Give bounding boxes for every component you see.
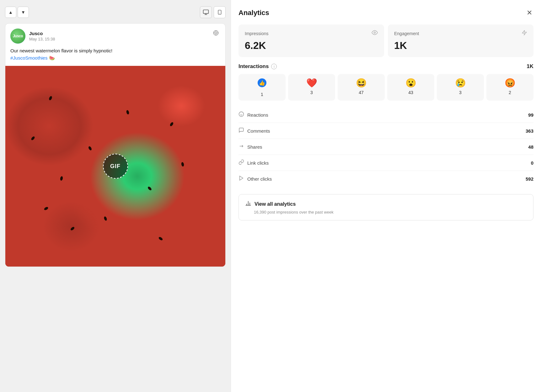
interactions-title: Interactions: [238, 63, 269, 70]
angry-emoji-icon: 😡: [505, 78, 516, 88]
impressions-label: Impressions: [245, 31, 268, 36]
nav-arrows: ▲ ▼: [5, 7, 29, 18]
nav-down-button[interactable]: ▼: [18, 7, 29, 18]
close-icon: ✕: [527, 9, 532, 17]
post-card: Jusco Jusco May 13, 15:38 Our newest wat…: [5, 23, 226, 267]
view-analytics-sub: 16,390 post impressions over the past we…: [254, 210, 527, 215]
nav-up-button[interactable]: ▲: [5, 7, 16, 18]
post-header: Jusco Jusco May 13, 15:38: [5, 24, 225, 47]
sad-count: 3: [459, 90, 462, 95]
avatar-inner: Jusco: [10, 29, 25, 44]
emoji-item-angry: 😡2: [486, 74, 533, 101]
chevron-down-icon: ▼: [21, 10, 25, 15]
post-emoji: 🍉: [49, 55, 55, 61]
angry-count: 2: [509, 90, 511, 95]
emoji-grid: 👍1❤️3😆47😮43😢3😡2: [238, 74, 533, 101]
link-clicks-icon: [238, 159, 244, 166]
stat-row-other-clicks: Other clicks592: [238, 171, 533, 187]
post-image: GIF: [5, 66, 225, 267]
chart-icon: [245, 200, 251, 208]
info-icon[interactable]: i: [271, 64, 277, 69]
comments-value: 363: [526, 128, 533, 134]
chevron-up-icon: ▲: [8, 10, 13, 15]
sad-emoji-icon: 😢: [455, 78, 466, 88]
avatar: Jusco: [10, 29, 25, 44]
interactions-title-group: Interactions i: [238, 63, 277, 70]
view-analytics-card[interactable]: View all analytics 16,390 post impressio…: [238, 194, 533, 220]
lightning-icon: [522, 29, 527, 37]
view-analytics-label: View all analytics: [254, 201, 296, 207]
emoji-item-sad: 😢3: [437, 74, 484, 101]
eye-icon: [372, 29, 378, 37]
author-name: Jusco: [29, 31, 55, 36]
desktop-toggle-button[interactable]: [200, 6, 212, 18]
engagement-card: Engagement 1K: [388, 24, 533, 57]
svg-rect-0: [203, 10, 209, 14]
metric-cards: Impressions 6.2K Engagement 1K: [238, 24, 533, 57]
post-text: Our newest watermelon flavor is simply h…: [5, 47, 225, 66]
link-clicks-value: 0: [531, 160, 533, 166]
author-info: Jusco May 13, 15:38: [29, 31, 55, 41]
post-author: Jusco Jusco May 13, 15:38: [10, 29, 55, 44]
desktop-icon: [203, 9, 209, 15]
svg-point-14: [239, 112, 244, 117]
impressions-card-header: Impressions: [245, 29, 378, 37]
other-clicks-label: Other clicks: [247, 176, 272, 182]
analytics-title: Analytics: [238, 9, 269, 17]
stat-row-reactions: Reactions99: [238, 107, 533, 123]
nav-bar: ▲ ▼: [5, 5, 226, 19]
mobile-icon: [217, 9, 222, 15]
interactions-section: Interactions i 1K 👍1❤️3😆47😮43😢3😡2: [238, 63, 533, 101]
svg-point-6: [215, 32, 217, 34]
heart-count: 3: [310, 90, 313, 95]
left-panel: ▲ ▼ Jusco: [0, 0, 231, 392]
view-analytics-top: View all analytics: [245, 200, 527, 208]
hashtag[interactable]: #JuscoSmoothies: [10, 55, 47, 61]
emoji-item-wow: 😮43: [387, 74, 434, 101]
shares-value: 48: [528, 144, 533, 150]
emoji-item-heart: ❤️3: [288, 74, 335, 101]
like-emoji-icon: 👍: [257, 78, 267, 90]
interactions-total: 1K: [527, 63, 533, 70]
like-count: 1: [261, 92, 263, 97]
other-clicks-icon: [238, 175, 244, 182]
post-time: May 13, 15:38: [29, 37, 55, 41]
stat-row-shares: Shares48: [238, 139, 533, 155]
impressions-value: 6.2K: [245, 40, 378, 51]
svg-text:👍: 👍: [259, 80, 265, 86]
engagement-card-header: Engagement: [394, 29, 527, 37]
watermelon-background: GIF: [5, 66, 225, 267]
close-button[interactable]: ✕: [525, 8, 533, 18]
haha-count: 47: [359, 90, 364, 95]
link-clicks-label: Link clicks: [247, 160, 269, 166]
haha-emoji-icon: 😆: [356, 78, 367, 88]
stat-row-link-clicks: Link clicks0: [238, 155, 533, 171]
comments-icon: [238, 127, 244, 134]
reactions-value: 99: [528, 112, 533, 118]
heart-emoji-icon: ❤️: [306, 78, 317, 88]
wow-count: 43: [408, 90, 413, 95]
svg-point-11: [374, 32, 376, 34]
reactions-label: Reactions: [247, 112, 268, 118]
target-icon: [213, 30, 219, 36]
analytics-panel: Analytics ✕ Impressions 6.2K Engagement: [231, 0, 541, 392]
device-toggles: [200, 6, 226, 18]
stats-list: Reactions99Comments363Shares48Link click…: [238, 107, 533, 187]
gif-badge: GIF: [103, 154, 128, 179]
analytics-header: Analytics ✕: [238, 8, 533, 18]
engagement-value: 1K: [394, 40, 527, 51]
other-clicks-value: 592: [526, 176, 533, 182]
interactions-header: Interactions i 1K: [238, 63, 533, 70]
post-options-button[interactable]: [212, 29, 220, 39]
reactions-icon: [238, 111, 244, 118]
emoji-item-haha: 😆47: [338, 74, 385, 101]
stat-row-comments: Comments363: [238, 123, 533, 139]
impressions-card: Impressions 6.2K: [238, 24, 384, 57]
engagement-label: Engagement: [394, 31, 419, 36]
wow-emoji-icon: 😮: [405, 78, 416, 88]
comments-label: Comments: [247, 128, 270, 134]
shares-icon: [238, 143, 244, 150]
emoji-item-like: 👍1: [238, 74, 286, 101]
shares-label: Shares: [247, 144, 262, 150]
mobile-toggle-button[interactable]: [214, 6, 226, 18]
